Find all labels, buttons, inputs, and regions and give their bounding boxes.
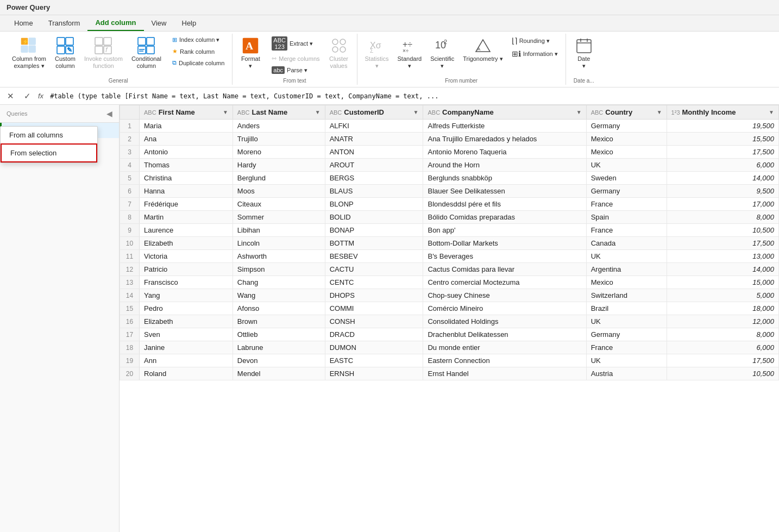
- row-number: 17: [120, 328, 140, 341]
- statistics-button[interactable]: Xσ Σ Statistics▾: [362, 35, 392, 72]
- row-number: 11: [120, 250, 140, 263]
- table-cell: Mendel: [233, 367, 325, 380]
- table-row[interactable]: 7FrédériqueCiteauxBLONPBlondesddsl pére …: [120, 198, 779, 211]
- table-cell: Blondesddsl pére et fils: [423, 198, 586, 211]
- table-cell: France: [586, 224, 667, 237]
- information-button[interactable]: ⊞ℹ Information ▾: [508, 48, 561, 60]
- formula-cancel-button[interactable]: ✕: [4, 90, 17, 102]
- table-cell: Thomas: [140, 159, 233, 172]
- menu-add-column[interactable]: Add column: [87, 15, 143, 31]
- dropdown-from-all-columns[interactable]: From all columns: [1, 127, 97, 143]
- filter-lastname[interactable]: ▼: [315, 109, 321, 115]
- row-number: 15: [120, 302, 140, 315]
- table-cell: 18,000: [667, 302, 778, 315]
- table-row[interactable]: 8MartinSommerBOLIDBólido Comidas prepara…: [120, 211, 779, 224]
- table-row[interactable]: 13FransciscoChangCENTCCentro comercial M…: [120, 276, 779, 289]
- merge-columns-button[interactable]: ⇿ Merge columns: [268, 53, 323, 64]
- filter-monthlyincome[interactable]: ▼: [769, 109, 774, 115]
- table-row[interactable]: 11VictoriaAshworthBESBEVB's BeveragesUK1…: [120, 250, 779, 263]
- col-header-monthlyincome: 1²3 Monthly Income ▼: [667, 105, 778, 120]
- index-column-icon: ⊞: [172, 36, 177, 43]
- rounding-button[interactable]: ⌊⌉ Rounding ▾: [508, 35, 561, 47]
- table-cell: UK: [586, 315, 667, 328]
- table-cell: Consolidated Holdings: [423, 315, 586, 328]
- table-row[interactable]: 17SvenOttliebDRACDDrachenblut Delikatess…: [120, 328, 779, 341]
- conditional-column-button[interactable]: Conditionalcolumn: [128, 35, 165, 72]
- ribbon-group-from-number: Xσ Σ Statistics▾ +÷ ×÷ Standard▾: [357, 34, 566, 85]
- standard-button[interactable]: +÷ ×÷ Standard▾: [394, 35, 425, 72]
- table-row[interactable]: 15PedroAfonsoCOMMIComércio MineiroBrazil…: [120, 302, 779, 315]
- cluster-values-button[interactable]: Clustervalues: [325, 35, 353, 72]
- table-row[interactable]: 4ThomasHardyAROUTAround the HornUK6,000: [120, 159, 779, 172]
- table-cell: Franscisco: [140, 276, 233, 289]
- menu-home[interactable]: Home: [7, 16, 41, 30]
- ribbon-buttons-from-date: Date▾: [570, 35, 598, 76]
- table-row[interactable]: 6HannaMoosBLAUSBlauer See DelikatessenGe…: [120, 185, 779, 198]
- table-cell: ANTON: [325, 146, 423, 159]
- ribbon-group-from-date: Date▾ Date a...: [566, 34, 602, 85]
- row-number: 6: [120, 185, 140, 198]
- trigonometry-button[interactable]: A Trigonometry ▾: [460, 35, 506, 65]
- parse-button[interactable]: abc Parse ▾: [268, 65, 323, 76]
- table-cell: Elizabeth: [140, 315, 233, 328]
- formula-accept-button[interactable]: ✓: [21, 90, 34, 102]
- filter-country[interactable]: ▼: [657, 109, 662, 115]
- menu-transform[interactable]: Transform: [41, 16, 88, 30]
- table-row[interactable]: 3AntonioMorenoANTONAntonio Moreno Taquer…: [120, 146, 779, 159]
- scientific-button[interactable]: 10 2 Scientific▾: [427, 35, 457, 72]
- formula-input[interactable]: [50, 92, 775, 100]
- index-column-button[interactable]: ⊞ Index column ▾: [169, 35, 228, 45]
- menu-help[interactable]: Help: [174, 16, 204, 30]
- table-cell: Switzerland: [586, 289, 667, 302]
- table-cell: EASTC: [325, 354, 423, 367]
- table-cell: Hardy: [233, 159, 325, 172]
- dropdown-from-selection[interactable]: From selection: [1, 143, 97, 162]
- invoke-custom-function-button[interactable]: f Invoke customfunction: [81, 35, 126, 72]
- filter-companyname[interactable]: ▼: [576, 109, 582, 115]
- table-cell: Germany: [586, 185, 667, 198]
- svg-rect-7: [57, 46, 65, 54]
- table-row[interactable]: 19AnnDevonEASTCEastern ConnectionUK17,50…: [120, 354, 779, 367]
- row-number: 14: [120, 289, 140, 302]
- table-row[interactable]: 1MariaAndersALFKIAlfreds FutterkisteGerm…: [120, 120, 779, 133]
- rank-column-button[interactable]: ★ Rank column: [169, 46, 228, 57]
- table-row[interactable]: 9LaurenceLibihanBONAPBon app'France10,50…: [120, 224, 779, 237]
- date-button[interactable]: Date▾: [570, 35, 598, 72]
- table-cell: DRACD: [325, 328, 423, 341]
- table-row[interactable]: 2AnaTrujilloANATRAna Trujillo Emaredados…: [120, 133, 779, 146]
- table-cell: Berglunds snabbköp: [423, 172, 586, 185]
- table-cell: Antonio: [140, 146, 233, 159]
- data-area[interactable]: ABC First Name ▼ ABC Last Name ▼: [120, 105, 779, 532]
- menu-view[interactable]: View: [144, 16, 174, 30]
- table-row[interactable]: 18JanineLabruneDUMONDu monde entierFranc…: [120, 341, 779, 354]
- table-cell: 15,000: [667, 276, 778, 289]
- table-row[interactable]: 5ChristinaBerglundBERGSBerglunds snabbkö…: [120, 172, 779, 185]
- table-cell: Moos: [233, 185, 325, 198]
- duplicate-column-button[interactable]: ⧉ Duplicate column: [169, 58, 228, 68]
- table-cell: Germany: [586, 328, 667, 341]
- table-cell: Spain: [586, 211, 667, 224]
- custom-column-button[interactable]: ✎ Customcolumn: [52, 35, 79, 72]
- filter-firstname[interactable]: ▼: [223, 109, 228, 115]
- table-row[interactable]: 20RolandMendelERNSHErnst HandelAustria10…: [120, 367, 779, 380]
- svg-point-25: [332, 47, 338, 52]
- table-cell: 17,500: [667, 237, 778, 250]
- row-number: 12: [120, 263, 140, 276]
- main-area: Queries ◀ ⊞ Query From all columns From …: [0, 105, 779, 532]
- table-row[interactable]: 14YangWangDHOPSChop-suey ChineseSwitzerl…: [120, 289, 779, 302]
- filter-customerid[interactable]: ▼: [413, 109, 419, 115]
- dropdown-menu: From all columns From selection: [0, 126, 98, 163]
- table-cell: BLAUS: [325, 185, 423, 198]
- table-row[interactable]: 16ElizabethBrownCONSHConsolidated Holdin…: [120, 315, 779, 328]
- table-cell: Sweden: [586, 172, 667, 185]
- table-cell: Mexico: [586, 276, 667, 289]
- extract-button[interactable]: ABC123 Extract ▾: [268, 35, 323, 52]
- sidebar-collapse-button[interactable]: ◀: [106, 109, 112, 118]
- format-button[interactable]: A Format▾: [237, 35, 264, 72]
- table-row[interactable]: 10ElizabethLincolnBOTTMBottom-Dollar Mar…: [120, 237, 779, 250]
- ribbon-buttons-general: ⚡ Column fromexamples ▾ ✎: [9, 35, 228, 76]
- table-cell: Martin: [140, 211, 233, 224]
- table-cell: Around the Horn: [423, 159, 586, 172]
- column-from-examples-button[interactable]: ⚡ Column fromexamples ▾: [9, 35, 49, 72]
- table-row[interactable]: 12PatricioSimpsonCACTUCactus Comidas par…: [120, 263, 779, 276]
